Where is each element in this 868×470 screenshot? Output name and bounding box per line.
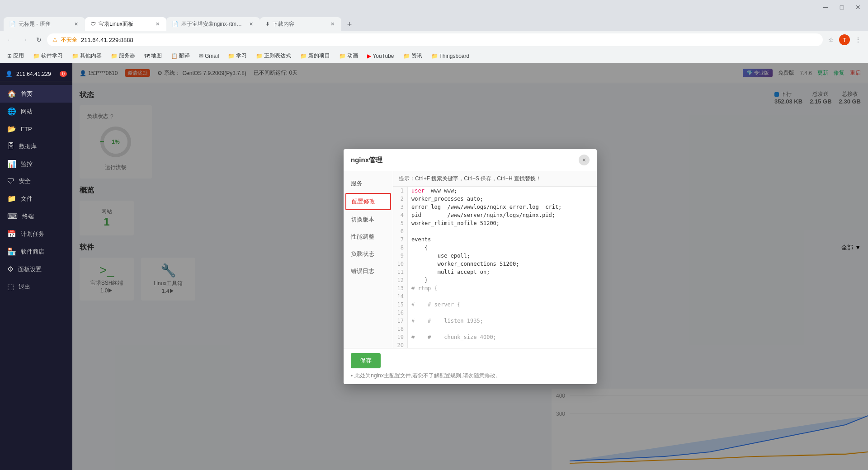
bookmark-animation-label: 动画 xyxy=(347,52,358,60)
close-button[interactable]: ✕ xyxy=(852,1,864,14)
sidebar-server-icon: 👤 xyxy=(5,70,13,77)
tab-icon-dl: ⬇ xyxy=(265,21,270,27)
bookmark-regex-icon: 📁 xyxy=(256,53,263,59)
code-line-18: 18 xyxy=(393,325,597,333)
tab-nginx[interactable]: 📄 基于宝塔安装nginx-rtmp-mod... ✕ xyxy=(166,17,260,31)
modal-footer: 保存 • 此处为nginx主配置文件,若您不了解配置规则,请勿随意修改。 xyxy=(344,348,597,384)
sidebar-settings-label: 面板设置 xyxy=(18,265,42,273)
terminal-icon: ⌨ xyxy=(7,212,18,221)
url-text: 211.64.41.229:8888 xyxy=(81,37,133,43)
sidebar-item-settings[interactable]: ⚙ 面板设置 xyxy=(0,260,72,278)
bookmark-news[interactable]: 📁 资讯 xyxy=(400,51,426,61)
bookmark-youtube[interactable]: ▶ YouTube xyxy=(363,52,397,60)
modal-close-button[interactable]: × xyxy=(579,155,590,165)
sidebar-appstore-label: 软件商店 xyxy=(21,248,44,256)
tab-downloads[interactable]: ⬇ 下载内容 ✕ xyxy=(260,17,341,31)
code-line-12: 12 } xyxy=(393,276,597,284)
modal-menu-switch[interactable]: 切换版本 xyxy=(344,211,393,228)
bookmark-server-icon: 📁 xyxy=(111,53,118,59)
bookmark-news-icon: 📁 xyxy=(403,53,410,59)
maximize-button[interactable]: □ xyxy=(835,1,848,14)
footer-note-text: 此处为nginx主配置文件,若您不了解配置规则,请勿随意修改。 xyxy=(354,372,500,380)
code-editor[interactable]: 1 user www www; 2 worker_processes auto; xyxy=(393,187,597,348)
bookmark-server-label: 服务器 xyxy=(119,52,135,60)
modal-menu-performance[interactable]: 性能调整 xyxy=(344,228,393,245)
minimize-button[interactable]: ─ xyxy=(819,1,832,14)
code-line-15: 15 # # server { xyxy=(393,301,597,309)
bookmark-learn[interactable]: 📁 学习 xyxy=(224,51,250,61)
security-icon-sidebar: 🛡 xyxy=(7,177,14,185)
bookmark-regex[interactable]: 📁 正则表达式 xyxy=(252,51,295,61)
menu-button[interactable]: ⋮ xyxy=(852,33,864,46)
url-bar[interactable]: ⚠ 不安全 211.64.41.229:8888 xyxy=(47,33,823,46)
modal-menu-loadstatus[interactable]: 负载状态 xyxy=(344,245,393,263)
code-line-13: 13 # rtmp { xyxy=(393,284,597,292)
bookmark-study-label: 软件学习 xyxy=(41,52,63,60)
hint-bar: 提示：Ctrl+F 搜索关键字，Ctrl+S 保存，Ctrl+H 查找替换！ xyxy=(393,171,597,187)
sidebar-logout-label: 退出 xyxy=(19,283,30,291)
bookmarks-star[interactable]: ☆ xyxy=(825,33,837,46)
code-line-9: 9 use epoll; xyxy=(393,252,597,260)
bookmark-gmail[interactable]: ✉ Gmail xyxy=(195,52,222,60)
modal-menu-service[interactable]: 服务 xyxy=(344,175,393,192)
bookmark-translate-icon: 📋 xyxy=(171,53,178,59)
sidebar-item-database[interactable]: 🗄 数据库 xyxy=(0,138,72,155)
bookmark-map[interactable]: 🗺 地图 xyxy=(141,51,165,61)
bookmark-study[interactable]: 📁 软件学习 xyxy=(29,51,66,61)
code-line-7: 7 events xyxy=(393,235,597,244)
tab-close-yuque[interactable]: ✕ xyxy=(72,20,80,28)
bookmark-translate-label: 翻译 xyxy=(179,52,190,60)
bookmark-newproject[interactable]: 📁 新的项目 xyxy=(297,51,334,61)
code-line-3: 3 error_log /www/wwwlogs/nginx_error.log… xyxy=(393,203,597,211)
code-line-2: 2 worker_processes auto; xyxy=(393,195,597,203)
sidebar-item-terminal[interactable]: ⌨ 终端 xyxy=(0,207,72,225)
profile-icon[interactable]: T xyxy=(839,34,850,45)
sidebar-item-appstore[interactable]: 🏪 软件商店 xyxy=(0,243,72,260)
tab-yuque[interactable]: 📄 无标题 - 语雀 ✕ xyxy=(4,17,85,31)
sidebar-item-files[interactable]: 📁 文件 xyxy=(0,190,72,207)
new-tab-button[interactable]: + xyxy=(343,18,356,31)
bullet-icon: • xyxy=(351,373,353,379)
sidebar-item-home[interactable]: 🏠 首页 xyxy=(0,85,72,103)
reload-button[interactable]: ↻ xyxy=(33,33,45,46)
sidebar-item-monitor[interactable]: 📊 监控 xyxy=(0,155,72,173)
sidebar-item-website[interactable]: 🌐 网站 xyxy=(0,103,72,120)
bookmark-thingsboard[interactable]: 📁 Thingsboard xyxy=(428,52,473,60)
back-button[interactable]: ← xyxy=(4,33,16,46)
code-line-4: 4 pid /www/server/nginx/logs/nginx.pid; xyxy=(393,211,597,219)
settings-icon: ⚙ xyxy=(7,265,14,273)
code-line-1: 1 user www www; xyxy=(393,187,597,195)
bookmark-thingsboard-label: Thingsboard xyxy=(439,53,470,59)
bookmark-server[interactable]: 📁 服务器 xyxy=(107,51,139,61)
modal-menu-config[interactable]: 配置修改 xyxy=(345,193,391,210)
bookmark-other[interactable]: 📁 其他内容 xyxy=(68,51,105,61)
modal-header: nginx管理 × xyxy=(344,149,597,171)
tab-baota[interactable]: 🛡 宝塔Linux面板 ✕ xyxy=(85,17,166,31)
appstore-icon: 🏪 xyxy=(7,247,16,256)
bookmark-apps[interactable]: ⊞ 应用 xyxy=(4,51,28,61)
bookmark-youtube-label: YouTube xyxy=(373,53,394,59)
tab-close-nginx[interactable]: ✕ xyxy=(247,20,255,28)
modal-main-content: 提示：Ctrl+F 搜索关键字，Ctrl+S 保存，Ctrl+H 查找替换！ 1… xyxy=(393,171,597,348)
sidebar-item-security[interactable]: 🛡 安全 xyxy=(0,173,72,190)
bookmark-youtube-icon: ▶ xyxy=(367,53,371,59)
modal-menu-errorlog[interactable]: 错误日志 xyxy=(344,263,393,280)
bookmark-newproject-icon: 📁 xyxy=(300,53,307,59)
forward-button[interactable]: → xyxy=(18,33,31,46)
sidebar-server-ip: 211.64.41.229 xyxy=(16,71,51,77)
database-icon: 🗄 xyxy=(7,142,14,150)
bookmark-animation[interactable]: 📁 动画 xyxy=(335,51,362,61)
sidebar-item-ftp[interactable]: 📂 FTP xyxy=(0,120,72,138)
bookmark-apps-icon: ⊞ xyxy=(7,53,12,59)
sidebar-item-logout[interactable]: ⬚ 退出 xyxy=(0,278,72,296)
bookmark-animation-icon: 📁 xyxy=(339,53,346,59)
tab-close-baota[interactable]: ✕ xyxy=(154,20,161,28)
tab-close-dl[interactable]: ✕ xyxy=(329,20,336,28)
bookmark-other-icon: 📁 xyxy=(72,53,79,59)
code-line-11: 11 multi_accept on; xyxy=(393,268,597,276)
sidebar-item-tasks[interactable]: 📅 计划任务 xyxy=(0,225,72,243)
code-line-19: 19 # # chunk_size 4000; xyxy=(393,333,597,341)
code-line-17: 17 # # listen 1935; xyxy=(393,317,597,325)
bookmark-translate[interactable]: 📋 翻译 xyxy=(167,51,193,61)
save-button[interactable]: 保存 xyxy=(351,353,381,368)
